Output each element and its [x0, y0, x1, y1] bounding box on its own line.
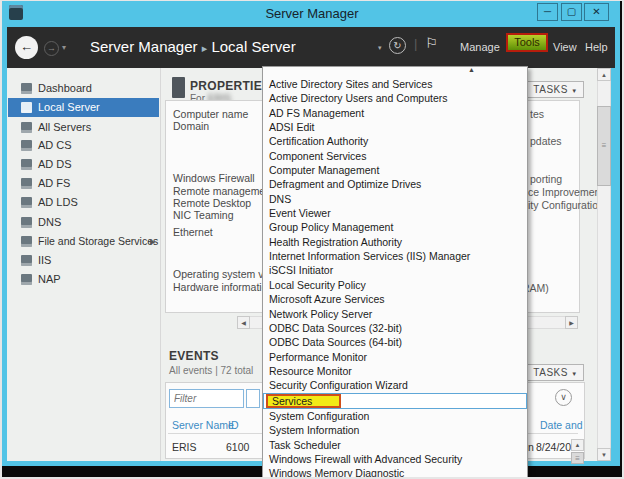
sidebar-item-dashboard[interactable]: Dashboard: [8, 79, 159, 98]
menu-item-iis-manager[interactable]: Internet Information Services (IIS) Mana…: [263, 249, 527, 263]
events-col-server-name[interactable]: Server Name: [172, 419, 234, 431]
screenshot-edge-top: [0, 0, 624, 1]
nav-history-dropdown-icon[interactable]: ▾: [62, 43, 66, 52]
notifications-flag-icon[interactable]: ⚐: [425, 35, 438, 51]
screenshot-edge-left: [0, 0, 2, 479]
menu-item-odbc-32[interactable]: ODBC Data Sources (32-bit): [263, 321, 527, 335]
menu-item-iscsi-initiator[interactable]: iSCSI Initiator: [263, 263, 527, 277]
events-col-id[interactable]: ID: [228, 419, 239, 431]
scroll-left-icon[interactable]: ◀: [237, 316, 250, 329]
sidebar-item-local-server[interactable]: Local Server: [8, 98, 159, 117]
menu-item-health-registration[interactable]: Health Registration Authority: [263, 235, 527, 249]
prop-label-os-version: Operating system ver: [173, 268, 273, 280]
events-scroll-thumb[interactable]: ≡: [571, 452, 584, 464]
sidebar-item-ad-ds[interactable]: AD DS: [8, 155, 159, 174]
prop-fragment-ie-esc: ity Configuratio: [528, 199, 598, 211]
event-row-fragment: n: [528, 441, 534, 453]
filter-chevron-icon[interactable]: ∨: [555, 389, 572, 406]
refresh-icon[interactable]: ↻: [389, 37, 406, 54]
menu-view[interactable]: View: [553, 41, 577, 53]
main-scroll-up-icon[interactable]: ▲: [597, 68, 611, 81]
properties-tasks-button[interactable]: TASKS ▼: [527, 81, 584, 98]
menu-item-performance-monitor[interactable]: Performance Monitor: [263, 350, 527, 364]
sidebar-item-iis[interactable]: IIS: [8, 251, 159, 270]
prop-fragment-ceip: ce Improvemer: [528, 186, 598, 198]
sidebar-item-all-servers[interactable]: All Servers: [8, 118, 159, 137]
sidebar-item-dns[interactable]: DNS: [8, 213, 159, 232]
sidebar-item-ad-lds[interactable]: AD LDS: [8, 193, 159, 212]
minimize-button[interactable]: ─: [537, 3, 558, 21]
menu-item-adfs-management[interactable]: AD FS Management: [263, 106, 527, 120]
sidebar-divider: [160, 68, 161, 461]
services-highlight[interactable]: Services: [266, 394, 341, 408]
menu-item-network-policy-server[interactable]: Network Policy Server: [263, 307, 527, 321]
back-button[interactable]: ←: [15, 36, 38, 59]
menu-item-component-services[interactable]: Component Services: [263, 149, 527, 163]
menu-item-event-viewer[interactable]: Event Viewer: [263, 206, 527, 220]
menu-scroll-up-row[interactable]: ▲: [263, 67, 527, 77]
properties-server-icon: [172, 77, 185, 98]
close-button[interactable]: ✕: [584, 3, 609, 21]
prop-label-computer-name: Computer name: [173, 108, 248, 120]
main-scroll-down-icon[interactable]: ▼: [597, 448, 611, 461]
event-row-server[interactable]: ERIS: [172, 441, 197, 453]
menu-tools[interactable]: Tools: [506, 33, 548, 52]
ad-lds-icon: [21, 197, 32, 208]
prop-fragment-updates: tes: [530, 108, 544, 120]
ad-ds-icon: [21, 159, 32, 170]
menu-item-security-config-wizard[interactable]: Security Configuration Wizard: [263, 378, 527, 392]
tasks-caret-icon: ▼: [571, 371, 577, 377]
prop-label-domain: Domain: [173, 120, 209, 132]
ad-cs-icon: [21, 140, 32, 151]
menu-item-system-information[interactable]: System Information: [263, 423, 527, 437]
server-icon: [21, 102, 32, 113]
breadcrumb-caret-icon[interactable]: ▾: [378, 44, 382, 52]
events-filter-input[interactable]: [169, 389, 244, 408]
menu-item-certification-authority[interactable]: Certification Authority: [263, 134, 527, 148]
menu-item-system-configuration[interactable]: System Configuration: [263, 409, 527, 423]
events-tasks-button[interactable]: TASKS ▼: [527, 364, 584, 381]
event-row-id[interactable]: 6100: [226, 441, 249, 453]
prop-label-remote-management: Remote management: [173, 185, 274, 197]
sidebar-item-file-storage[interactable]: File and Storage Services▶: [8, 232, 159, 251]
breadcrumb: Server Manager ▸ Local Server: [90, 38, 296, 55]
iis-icon: [21, 255, 32, 266]
menu-help[interactable]: Help: [585, 41, 608, 53]
menu-manage[interactable]: Manage: [460, 41, 500, 53]
dns-icon: [21, 217, 32, 228]
dashboard-icon: [21, 83, 32, 94]
breadcrumb-current[interactable]: Local Server: [211, 38, 295, 55]
events-col-date[interactable]: Date and: [540, 419, 583, 431]
menu-item-adsi-edit[interactable]: ADSI Edit: [263, 120, 527, 134]
menu-item-local-security-policy[interactable]: Local Security Policy: [263, 278, 527, 292]
prop-label-hardware-info: Hardware informatio: [173, 281, 268, 293]
menu-item-resource-monitor[interactable]: Resource Monitor: [263, 364, 527, 378]
menu-item-defragment-optimize[interactable]: Defragment and Optimize Drives: [263, 177, 527, 191]
expand-right-icon[interactable]: ▶: [150, 232, 155, 251]
menu-item-services[interactable]: Services: [263, 393, 527, 409]
menu-item-windows-firewall-advanced[interactable]: Windows Firewall with Advanced Security: [263, 452, 527, 466]
menu-item-task-scheduler[interactable]: Task Scheduler: [263, 438, 527, 452]
events-scroll-up-icon[interactable]: ▲: [571, 439, 584, 451]
forward-button[interactable]: →: [44, 41, 59, 56]
scroll-right-icon[interactable]: ▶: [565, 316, 578, 329]
menu-item-computer-management[interactable]: Computer Management: [263, 163, 527, 177]
sidebar-item-nap[interactable]: NAP: [8, 270, 159, 289]
menu-item-group-policy[interactable]: Group Policy Management: [263, 220, 527, 234]
window-title: Server Manager: [0, 6, 624, 21]
sidebar-item-ad-fs[interactable]: AD FS: [8, 174, 159, 193]
filter-scope-button[interactable]: [246, 389, 260, 408]
servers-stack-icon: [21, 122, 32, 133]
prop-fragment-checked-updates: pdates: [530, 135, 562, 147]
menu-item-ad-users-computers[interactable]: Active Directory Users and Computers: [263, 91, 527, 105]
maximize-button[interactable]: ▢: [561, 3, 582, 21]
menu-item-microsoft-azure-services[interactable]: Microsoft Azure Services: [263, 292, 527, 306]
breadcrumb-root[interactable]: Server Manager: [90, 38, 198, 55]
main-scroll-thumb[interactable]: ≡: [597, 106, 611, 186]
sidebar-item-ad-cs[interactable]: AD CS: [8, 136, 159, 155]
prop-label-nic-teaming: NIC Teaming: [173, 209, 234, 221]
menu-item-dns[interactable]: DNS: [263, 192, 527, 206]
menu-item-odbc-64[interactable]: ODBC Data Sources (64-bit): [263, 335, 527, 349]
nap-icon: [21, 274, 32, 285]
menu-item-ad-sites-services[interactable]: Active Directory Sites and Services: [263, 77, 527, 91]
